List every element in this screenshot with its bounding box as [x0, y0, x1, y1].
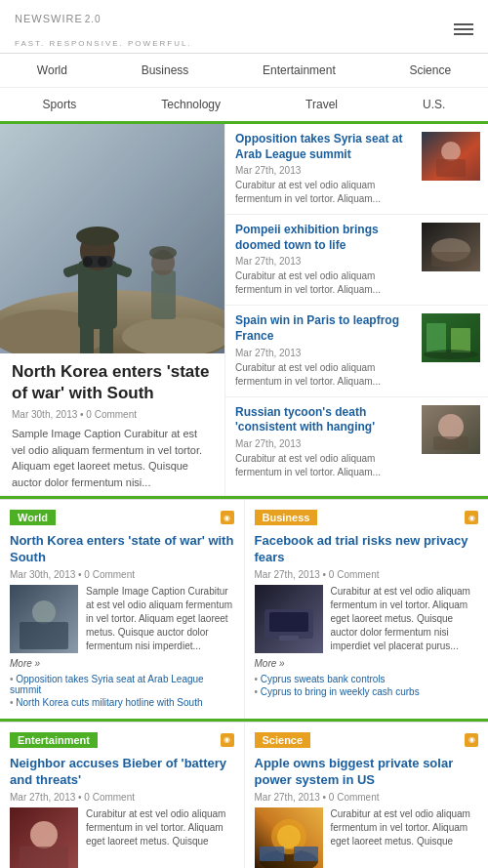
- entertainment-title[interactable]: Neighbor accuses Bieber of 'battery and …: [10, 756, 234, 789]
- nav-row-2: Sports Technology Travel U.S.: [0, 88, 488, 121]
- svg-point-19: [441, 142, 461, 161]
- svg-point-39: [30, 821, 58, 848]
- hamburger-menu-icon[interactable]: [454, 23, 473, 35]
- world-title[interactable]: North Korea enters 'state of war' with S…: [10, 533, 234, 566]
- side-article-4: Russian tycoon's death 'consistent with …: [225, 397, 488, 487]
- featured-section: North Korea enters 'state of war' with S…: [0, 124, 488, 496]
- side-article-2-thumb: [422, 223, 480, 271]
- logo-tagline: FAST. RESPONSIVE. POWERFUL.: [15, 39, 192, 48]
- business-link-1[interactable]: Cyprus sweats bank controls: [255, 673, 479, 685]
- svg-point-32: [32, 600, 56, 624]
- side-article-2-image: [422, 223, 480, 271]
- business-content: Curabitur at est vel odio aliquam fermen…: [255, 585, 479, 653]
- business-label[interactable]: Business: [255, 510, 318, 525]
- science-image: [255, 807, 323, 868]
- world-section-header: World: [10, 510, 234, 525]
- nav-world[interactable]: World: [32, 62, 72, 79]
- world-section: World North Korea enters 'state of war' …: [0, 500, 245, 719]
- nav-travel[interactable]: Travel: [301, 96, 343, 113]
- science-meta: Mar 27th, 2013 • 0 Comment: [255, 792, 479, 803]
- world-label[interactable]: World: [10, 510, 56, 525]
- side-article-3-title[interactable]: Spain win in Paris to leapfrog France: [235, 313, 414, 344]
- business-section-header: Business: [255, 510, 479, 525]
- logo[interactable]: NEWSWIRE2.0 FAST. RESPONSIVE. POWERFUL.: [15, 10, 192, 48]
- site-header: NEWSWIRE2.0 FAST. RESPONSIVE. POWERFUL.: [0, 0, 488, 53]
- nav-us[interactable]: U.S.: [418, 96, 450, 113]
- world-links: Opposition takes Syria seat at Arab Leag…: [10, 673, 234, 709]
- featured-image-svg: [0, 124, 224, 353]
- world-rss-icon[interactable]: [221, 511, 234, 524]
- main-nav: World Business Entertainment Science Spo…: [0, 53, 488, 124]
- business-description: Curabitur at est vel odio aliquam fermen…: [331, 585, 479, 653]
- featured-image: [0, 124, 224, 353]
- featured-left: North Korea enters 'state of war' with S…: [0, 124, 224, 495]
- svg-rect-46: [294, 847, 318, 861]
- side-article-4-image: [422, 405, 480, 454]
- world-link-1[interactable]: Opposition takes Syria seat at Arab Leag…: [10, 673, 234, 696]
- entertainment-section-header: Entertainment: [10, 732, 234, 748]
- business-image: [255, 585, 323, 653]
- science-label[interactable]: Science: [255, 732, 311, 748]
- side-article-1-date: Mar 27th, 2013: [235, 165, 414, 176]
- business-image-svg: [255, 585, 323, 653]
- side-article-2-title[interactable]: Pompeii exhibition brings doomed town to…: [235, 223, 414, 253]
- entertainment-rss-icon[interactable]: [221, 733, 234, 747]
- side-article-3-date: Mar 27th, 2013: [235, 348, 414, 358]
- side-article-1-title[interactable]: Opposition takes Syria seat at Arab Leag…: [235, 132, 414, 162]
- side-article-4-title[interactable]: Russian tycoon's death 'consistent with …: [235, 405, 414, 435]
- side-article-1-text: Opposition takes Syria seat at Arab Leag…: [235, 132, 414, 206]
- featured-description: Sample Image Caption Curabitur at est ve…: [12, 426, 213, 490]
- business-link-2[interactable]: Cyprus to bring in weekly cash curbs: [255, 685, 479, 698]
- world-more[interactable]: More »: [10, 658, 234, 669]
- featured-article-title[interactable]: North Korea enters 'state of war' with S…: [12, 361, 213, 404]
- svg-rect-20: [436, 159, 466, 177]
- side-article-3-desc: Curabitur at est vel odio aliquam fermen…: [235, 361, 414, 389]
- side-article-3-thumb: [422, 313, 480, 362]
- side-article-4-text: Russian tycoon's death 'consistent with …: [235, 405, 414, 479]
- svg-point-29: [438, 414, 464, 439]
- side-article-2-text: Pompeii exhibition brings doomed town to…: [235, 223, 414, 297]
- svg-rect-45: [260, 847, 284, 861]
- world-meta: Mar 30th, 2013 • 0 Comment: [10, 569, 234, 580]
- world-link-2[interactable]: North Korea cuts military hotline with S…: [10, 696, 234, 709]
- entertainment-content: Curabitur at est vel odio aliquam fermen…: [10, 807, 234, 868]
- side-article-4-desc: Curabitur at est vel odio aliquam fermen…: [235, 452, 414, 479]
- ent-science-row: Entertainment Neighbor accuses Bieber of…: [0, 722, 488, 868]
- featured-right: Opposition takes Syria seat at Arab Leag…: [224, 124, 488, 495]
- science-content: Curabitur at est vel odio aliquam fermen…: [255, 807, 479, 868]
- side-article-1: Opposition takes Syria seat at Arab Leag…: [225, 124, 488, 215]
- nav-science[interactable]: Science: [404, 62, 456, 79]
- svg-rect-37: [279, 636, 299, 641]
- nav-entertainment[interactable]: Entertainment: [258, 62, 341, 79]
- entertainment-label[interactable]: Entertainment: [10, 732, 98, 748]
- science-description: Curabitur at est vel odio aliquam fermen…: [331, 807, 479, 868]
- entertainment-section: Entertainment Neighbor accuses Bieber of…: [0, 723, 245, 868]
- world-image-svg: [10, 585, 78, 653]
- svg-point-44: [277, 825, 301, 848]
- science-title[interactable]: Apple owns biggest private solar power s…: [255, 756, 479, 789]
- side-article-3: Spain win in Paris to leapfrog France Ma…: [225, 306, 488, 396]
- svg-point-27: [424, 350, 478, 359]
- nav-technology[interactable]: Technology: [156, 96, 225, 113]
- side-article-2: Pompeii exhibition brings doomed town to…: [225, 215, 488, 306]
- featured-date: Mar 30th, 2013: [12, 409, 77, 420]
- logo-version: 2.0: [85, 14, 102, 24]
- business-title[interactable]: Facebook ad trial risks new privacy fear…: [255, 533, 479, 566]
- side-article-3-text: Spain win in Paris to leapfrog France Ma…: [235, 313, 414, 388]
- svg-rect-23: [431, 252, 470, 267]
- business-rss-icon[interactable]: [465, 511, 478, 524]
- svg-rect-25: [427, 323, 446, 352]
- world-image: [10, 585, 78, 653]
- featured-caption: North Korea enters 'state of war' with S…: [0, 353, 224, 495]
- logo-name: NEWSWIRE: [15, 13, 83, 24]
- nav-sports[interactable]: Sports: [38, 96, 82, 113]
- svg-rect-17: [0, 124, 224, 353]
- entertainment-image: [10, 807, 78, 868]
- svg-rect-33: [20, 622, 68, 649]
- side-article-2-desc: Curabitur at est vel odio aliquam fermen…: [235, 269, 414, 297]
- nav-business[interactable]: Business: [137, 62, 194, 79]
- science-rss-icon[interactable]: [465, 733, 478, 747]
- science-image-svg: [255, 807, 323, 868]
- business-more[interactable]: More »: [255, 658, 479, 669]
- nav-row-1: World Business Entertainment Science: [0, 54, 488, 88]
